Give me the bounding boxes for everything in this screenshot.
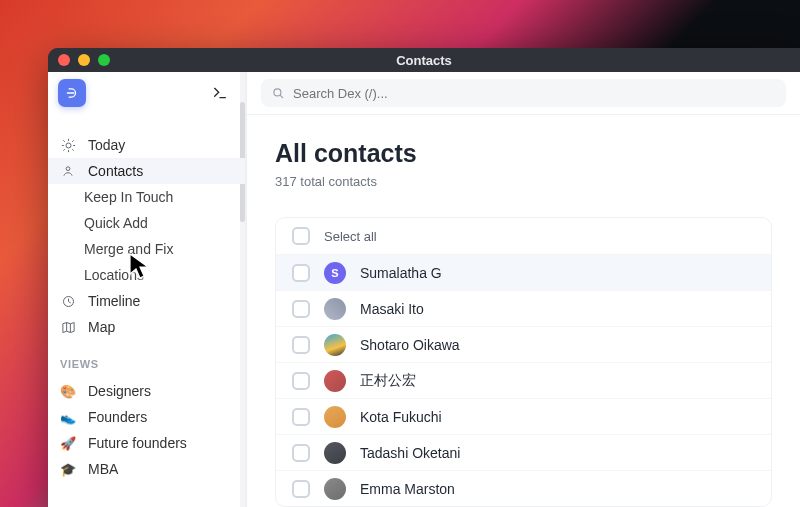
main-body: All contacts 317 total contacts Select a… [247,115,800,507]
view-future-founders[interactable]: 🚀 Future founders [48,430,245,456]
nav-label: Locations [84,267,144,283]
view-mba[interactable]: 🎓 MBA [48,456,245,482]
contacts-list: Select all S Sumalatha G Masaki Ito [275,217,772,507]
nav-label: Map [88,319,115,335]
nav-map[interactable]: Map [48,314,245,340]
row-checkbox[interactable] [292,336,310,354]
nav-label: Contacts [88,163,143,179]
nav-label: Keep In Touch [84,189,173,205]
nav-today[interactable]: Today [48,132,245,158]
titlebar: Contacts [48,48,800,72]
contact-row[interactable]: S Sumalatha G [276,254,771,290]
svg-point-15 [274,89,281,96]
svg-line-16 [280,95,282,97]
row-checkbox[interactable] [292,444,310,462]
svg-point-10 [66,167,70,171]
svg-point-1 [66,143,71,148]
rocket-icon: 🚀 [60,436,76,451]
nav-timeline[interactable]: Timeline [48,288,245,314]
row-checkbox[interactable] [292,264,310,282]
page-title: All contacts [275,139,772,168]
map-icon [60,320,76,335]
view-designers[interactable]: 🎨 Designers [48,378,245,404]
nav-contacts[interactable]: Contacts [48,158,245,184]
view-label: Founders [88,409,147,425]
window-controls [58,54,110,66]
view-label: MBA [88,461,118,477]
main-panel: All contacts 317 total contacts Select a… [246,72,800,507]
contact-row[interactable]: 正村公宏 [276,362,771,398]
avatar [324,406,346,428]
sidebar: Today Contacts Keep In Touch Quick Add M… [48,72,246,507]
row-checkbox[interactable] [292,300,310,318]
search-input[interactable] [293,86,776,101]
sidebar-nav: Today Contacts Keep In Touch Quick Add M… [48,114,245,482]
app-window: Contacts Today [48,48,800,507]
contact-row[interactable]: Kota Fukuchi [276,398,771,434]
svg-line-7 [72,149,73,150]
sun-icon [60,138,76,153]
command-palette-button[interactable] [205,72,235,114]
avatar [324,334,346,356]
contact-name: 正村公宏 [360,372,416,390]
searchbar-container [247,72,800,115]
nav-locations[interactable]: Locations [48,262,245,288]
contact-name: Shotaro Oikawa [360,337,460,353]
clock-icon [60,294,76,309]
avatar [324,442,346,464]
nav-keep-in-touch[interactable]: Keep In Touch [48,184,245,210]
sidebar-header [48,72,245,114]
shoe-icon: 👟 [60,410,76,425]
svg-line-9 [63,149,64,150]
row-checkbox[interactable] [292,408,310,426]
views-header: VIEWS [48,340,245,378]
avatar: S [324,262,346,284]
person-icon [60,164,76,178]
select-all-label: Select all [324,229,377,244]
maximize-window-button[interactable] [98,54,110,66]
avatar [324,478,346,500]
svg-line-6 [63,140,64,141]
svg-marker-12 [62,322,73,332]
contact-name: Kota Fukuchi [360,409,442,425]
view-founders[interactable]: 👟 Founders [48,404,245,430]
app-content: Today Contacts Keep In Touch Quick Add M… [48,72,800,507]
svg-line-8 [72,140,73,141]
avatar [324,298,346,320]
avatar [324,370,346,392]
view-label: Future founders [88,435,187,451]
contact-name: Tadashi Oketani [360,445,460,461]
searchbar[interactable] [261,79,786,107]
view-label: Designers [88,383,151,399]
contact-row[interactable]: Tadashi Oketani [276,434,771,470]
graduation-cap-icon: 🎓 [60,462,76,477]
row-checkbox[interactable] [292,480,310,498]
nav-label: Merge and Fix [84,241,173,257]
minimize-window-button[interactable] [78,54,90,66]
contact-name: Emma Marston [360,481,455,497]
nav-label: Timeline [88,293,140,309]
contact-name: Masaki Ito [360,301,424,317]
contact-row[interactable]: Emma Marston [276,470,771,506]
window-title: Contacts [48,53,800,68]
close-window-button[interactable] [58,54,70,66]
nav-quick-add[interactable]: Quick Add [48,210,245,236]
row-checkbox[interactable] [292,372,310,390]
nav-label: Quick Add [84,215,148,231]
page-subtitle: 317 total contacts [275,174,772,189]
palette-icon: 🎨 [60,384,76,399]
contact-row[interactable]: Masaki Ito [276,290,771,326]
select-all-checkbox[interactable] [292,227,310,245]
app-logo[interactable] [58,79,86,107]
search-icon [271,86,285,100]
contact-row[interactable]: Shotaro Oikawa [276,326,771,362]
nav-label: Today [88,137,125,153]
select-all-row[interactable]: Select all [276,218,771,254]
contact-name: Sumalatha G [360,265,442,281]
nav-merge-and-fix[interactable]: Merge and Fix [48,236,245,262]
